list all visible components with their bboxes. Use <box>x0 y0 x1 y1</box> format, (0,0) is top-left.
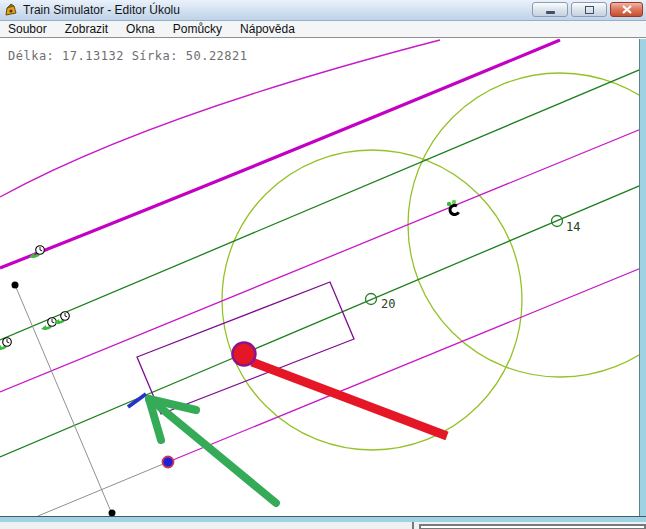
menu-soubor[interactable]: Soubor <box>0 22 56 36</box>
red-target-dot[interactable] <box>233 343 256 366</box>
map-scene: 20 14 <box>0 39 639 516</box>
app-window: Train Simulator - Editor Úkolu Soubor Zo… <box>0 0 646 529</box>
coordinates-readout: Délka: 17.13132 Sírka: 50.22821 <box>8 49 248 63</box>
signal-icon[interactable] <box>447 200 459 215</box>
background-window-edge <box>412 522 414 529</box>
track-green-1[interactable] <box>0 67 639 340</box>
maximize-icon <box>585 6 594 14</box>
menu-okna[interactable]: Okna <box>117 22 164 36</box>
waypoint-14-label: 14 <box>566 220 580 234</box>
close-icon <box>622 5 632 14</box>
length-label: Délka: <box>8 49 54 63</box>
event-marker-3[interactable] <box>54 312 69 324</box>
background-window-panel <box>419 524 646 529</box>
track-green-2[interactable] <box>0 183 639 457</box>
title-bar: Train Simulator - Editor Úkolu <box>0 0 646 21</box>
blue-segment-marker[interactable] <box>128 394 146 407</box>
menu-zobrazit[interactable]: Zobrazit <box>56 22 117 36</box>
minimize-icon <box>546 11 555 14</box>
menu-pomucky[interactable]: Pomůcky <box>164 22 231 36</box>
track-magenta-bold[interactable] <box>0 40 560 268</box>
event-marker-2[interactable] <box>41 318 56 330</box>
red-arrow-annotation <box>252 362 447 436</box>
menu-napoveda[interactable]: Nápověda <box>231 22 304 36</box>
node-black-1[interactable] <box>12 282 19 289</box>
window-title: Train Simulator - Editor Úkolu <box>23 3 180 17</box>
green-arrow-annotation <box>149 399 276 503</box>
waypoint-20[interactable]: 20 <box>366 294 396 312</box>
close-button[interactable] <box>610 2 643 17</box>
node-blue-dot[interactable] <box>163 457 174 468</box>
waypoint-20-label: 20 <box>381 297 395 311</box>
app-icon <box>4 3 18 17</box>
width-value: 50.22821 <box>186 49 248 63</box>
minimize-button[interactable] <box>532 2 568 17</box>
waypoint-14[interactable]: 14 <box>552 216 581 235</box>
maximize-button[interactable] <box>571 2 607 17</box>
link-line-2 <box>38 462 168 516</box>
window-frame-right <box>639 39 646 522</box>
length-value: 17.13132 <box>62 49 124 63</box>
menu-bar: Soubor Zobrazit Okna Pomůcky Nápověda <box>0 21 646 38</box>
event-marker-1[interactable] <box>29 246 44 258</box>
map-canvas[interactable]: 20 14 Délka: 17.13132 Sírka: 50.22821 <box>0 39 639 516</box>
width-label: Sírka: <box>132 49 178 63</box>
